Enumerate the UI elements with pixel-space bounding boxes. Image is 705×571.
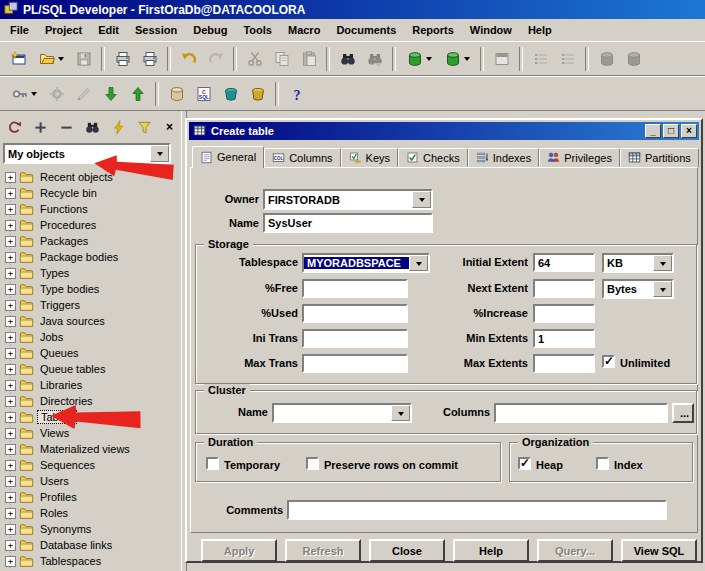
- next-extent-unit-combobox[interactable]: Bytes: [602, 279, 674, 299]
- expand-icon[interactable]: +: [5, 204, 16, 215]
- pct-free-input[interactable]: [302, 279, 408, 298]
- cluster-columns-input[interactable]: [494, 403, 668, 423]
- tree-item-package-bodies[interactable]: +Package bodies: [2, 249, 181, 265]
- expand-icon[interactable]: +: [5, 428, 16, 439]
- tab-partitions[interactable]: Partitions: [620, 148, 699, 167]
- menu-macro[interactable]: Macro: [280, 21, 328, 39]
- expand-icon[interactable]: +: [5, 444, 16, 455]
- tree-item-roles[interactable]: +Roles: [2, 505, 181, 521]
- tree-item-jobs[interactable]: +Jobs: [2, 329, 181, 345]
- filter-button[interactable]: [135, 118, 154, 137]
- find-button[interactable]: [334, 45, 361, 72]
- expand-icon[interactable]: +: [5, 284, 16, 295]
- heap-checkbox[interactable]: [518, 457, 531, 470]
- collapse-all-button[interactable]: [57, 118, 76, 137]
- app-titlebar[interactable]: PL/SQL Developer - FirstOraDb@DATACOOLOR…: [0, 0, 705, 19]
- close-icon[interactable]: ×: [681, 124, 697, 138]
- tree-item-functions[interactable]: +Functions: [2, 201, 181, 217]
- cluster-name-dropdown-icon[interactable]: [391, 405, 410, 421]
- owner-combobox[interactable]: FIRSTORADB: [263, 189, 433, 210]
- tree-item-profiles[interactable]: +Profiles: [2, 489, 181, 505]
- import-button[interactable]: [97, 80, 124, 107]
- tree-item-procedures[interactable]: +Procedures: [2, 217, 181, 233]
- expand-icon[interactable]: +: [5, 396, 16, 407]
- tree-item-users[interactable]: +Users: [2, 473, 181, 489]
- initial-extent-unit-dropdown-icon[interactable]: [653, 255, 672, 271]
- expand-all-button[interactable]: [31, 118, 50, 137]
- expand-icon[interactable]: +: [5, 492, 16, 503]
- tree-item-database-links[interactable]: +Database links: [2, 537, 181, 553]
- tree-item-sequences[interactable]: +Sequences: [2, 457, 181, 473]
- tree-item-queue-tables[interactable]: +Queue tables: [2, 361, 181, 377]
- tree-item-materialized-views[interactable]: +Materialized views: [2, 441, 181, 457]
- tree-item-packages[interactable]: +Packages: [2, 233, 181, 249]
- tree-item-synonyms[interactable]: +Synonyms: [2, 521, 181, 537]
- menu-window[interactable]: Window: [462, 21, 520, 39]
- help-button[interactable]: ?: [283, 80, 310, 107]
- print-button[interactable]: [109, 45, 136, 72]
- refresh-button[interactable]: [5, 118, 24, 137]
- tab-checks[interactable]: Checks: [398, 148, 468, 167]
- cluster-name-combobox[interactable]: [272, 403, 412, 423]
- expand-icon[interactable]: +: [5, 364, 16, 375]
- expand-icon[interactable]: +: [5, 508, 16, 519]
- log-on-button[interactable]: [5, 80, 43, 107]
- expand-icon[interactable]: +: [5, 460, 16, 471]
- menu-documents[interactable]: Documents: [328, 21, 404, 39]
- commit-button[interactable]: [400, 45, 438, 72]
- menu-debug[interactable]: Debug: [185, 21, 235, 39]
- expand-icon[interactable]: +: [5, 332, 16, 343]
- expand-icon[interactable]: +: [5, 556, 16, 567]
- expand-icon[interactable]: +: [5, 268, 16, 279]
- minimize-button[interactable]: _: [645, 124, 661, 138]
- min-extents-input[interactable]: [533, 329, 595, 348]
- expand-icon[interactable]: +: [5, 252, 16, 263]
- expand-icon[interactable]: +: [5, 236, 16, 247]
- expand-icon[interactable]: +: [5, 220, 16, 231]
- expand-icon[interactable]: +: [5, 524, 16, 535]
- next-extent-unit-dropdown-icon[interactable]: [653, 281, 672, 297]
- menu-edit[interactable]: Edit: [90, 21, 127, 39]
- tab-indexes[interactable]: Indexes: [468, 148, 540, 167]
- dialog-titlebar[interactable]: Create table _ □ ×: [189, 122, 699, 140]
- print-setup-button[interactable]: [136, 45, 163, 72]
- menu-project[interactable]: Project: [37, 21, 90, 39]
- comments-input[interactable]: [287, 500, 667, 520]
- sql-window-button[interactable]: CSQL: [190, 80, 217, 107]
- close-browser-button[interactable]: ×: [162, 120, 177, 134]
- tree-item-triggers[interactable]: +Triggers: [2, 297, 181, 313]
- initial-extent-unit-combobox[interactable]: KB: [602, 253, 674, 273]
- pct-used-input[interactable]: [302, 304, 408, 323]
- tree-item-tablespaces[interactable]: +Tablespaces: [2, 553, 181, 569]
- open-file-button[interactable]: [32, 45, 70, 72]
- view-sql-button[interactable]: View SQL: [621, 539, 697, 562]
- tablespace-combobox[interactable]: MYORADBSPACE: [302, 253, 430, 273]
- tab-privileges[interactable]: Privileges: [539, 148, 620, 167]
- max-extents-input[interactable]: [533, 354, 595, 373]
- cluster-columns-browse-button[interactable]: ...: [672, 403, 694, 423]
- close-button[interactable]: Close: [369, 539, 445, 562]
- expand-icon[interactable]: +: [5, 300, 16, 311]
- undo-button[interactable]: [175, 45, 202, 72]
- expand-icon[interactable]: +: [5, 380, 16, 391]
- ini-trans-input[interactable]: [302, 329, 408, 348]
- unlimited-checkbox[interactable]: [602, 355, 615, 368]
- preserve-rows-checkbox[interactable]: [306, 457, 319, 470]
- tab-columns[interactable]: COLColumns: [264, 148, 340, 167]
- index-checkbox[interactable]: [596, 457, 609, 470]
- maximize-button[interactable]: □: [663, 124, 679, 138]
- export-button[interactable]: [124, 80, 151, 107]
- expand-icon[interactable]: +: [5, 412, 16, 423]
- max-trans-input[interactable]: [302, 354, 408, 373]
- command-window-button[interactable]: [244, 80, 271, 107]
- menu-help[interactable]: Help: [520, 21, 560, 39]
- execute-button[interactable]: [438, 45, 476, 72]
- table-name-input[interactable]: [263, 213, 433, 233]
- tree-item-recycle-bin[interactable]: +Recycle bin: [2, 185, 181, 201]
- expand-icon[interactable]: +: [5, 348, 16, 359]
- tree-item-java-sources[interactable]: +Java sources: [2, 313, 181, 329]
- expand-icon[interactable]: +: [5, 172, 16, 183]
- tab-keys[interactable]: Keys: [341, 148, 398, 167]
- expand-icon[interactable]: +: [5, 476, 16, 487]
- tree-item-libraries[interactable]: +Libraries: [2, 377, 181, 393]
